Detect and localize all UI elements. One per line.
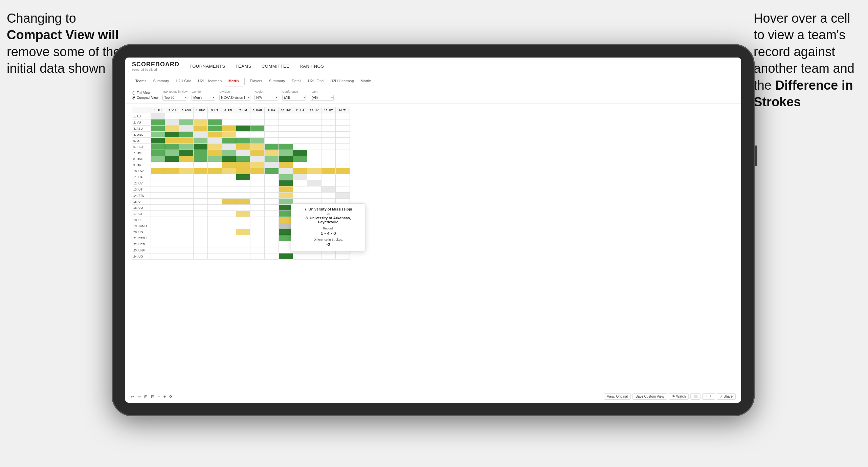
matrix-cell[interactable]	[336, 144, 350, 150]
matrix-cell[interactable]	[179, 138, 194, 144]
matrix-cell[interactable]	[208, 235, 222, 241]
matrix-cell[interactable]	[236, 186, 250, 193]
matrix-cell[interactable]	[179, 132, 194, 138]
matrix-cell[interactable]	[179, 126, 194, 132]
matrix-cell[interactable]	[179, 229, 194, 235]
matrix-cell[interactable]	[265, 150, 279, 156]
matrix-cell[interactable]	[165, 229, 179, 235]
matrix-cell[interactable]	[208, 186, 222, 193]
matrix-cell[interactable]	[222, 211, 236, 217]
matrix-cell[interactable]	[307, 162, 321, 168]
matrix-cell[interactable]	[208, 229, 222, 235]
matrix-cell[interactable]	[265, 247, 279, 253]
matrix-cell[interactable]	[321, 253, 336, 260]
matrix-cell[interactable]	[179, 247, 194, 253]
matrix-cell[interactable]	[321, 144, 336, 150]
matrix-cell[interactable]	[151, 126, 165, 132]
matrix-cell[interactable]	[265, 138, 279, 144]
matrix-cell[interactable]	[194, 205, 208, 211]
matrix-cell[interactable]	[279, 138, 293, 144]
matrix-cell[interactable]	[179, 193, 194, 199]
matrix-cell[interactable]	[307, 138, 321, 144]
matrix-cell[interactable]	[194, 235, 208, 241]
matrix-cell[interactable]	[165, 126, 179, 132]
nav-rankings[interactable]: RANKINGS	[299, 62, 324, 70]
matrix-cell[interactable]	[265, 253, 279, 260]
matrix-cell[interactable]	[151, 253, 165, 260]
sub-nav-summary1[interactable]: Summary	[150, 75, 172, 87]
matrix-cell[interactable]	[208, 217, 222, 223]
matrix-cell[interactable]	[179, 144, 194, 150]
matrix-cell[interactable]	[336, 150, 350, 156]
nav-teams[interactable]: TEAMS	[236, 62, 251, 70]
matrix-cell[interactable]	[236, 235, 250, 241]
matrix-cell[interactable]	[208, 174, 222, 180]
matrix-cell[interactable]	[236, 126, 250, 132]
matrix-cell[interactable]	[336, 113, 350, 119]
matrix-cell[interactable]	[279, 253, 293, 260]
matrix-cell[interactable]	[179, 180, 194, 186]
matrix-cell[interactable]	[165, 247, 179, 253]
matrix-cell[interactable]	[336, 168, 350, 174]
matrix-cell[interactable]	[222, 174, 236, 180]
matrix-cell[interactable]	[194, 211, 208, 217]
matrix-cell[interactable]	[222, 253, 236, 260]
matrix-cell[interactable]	[307, 113, 321, 119]
matrix-cell[interactable]	[321, 186, 336, 193]
matrix-cell[interactable]	[179, 241, 194, 247]
matrix-cell[interactable]	[336, 174, 350, 180]
matrix-cell[interactable]	[307, 186, 321, 193]
matrix-cell[interactable]	[307, 126, 321, 132]
compact-view-radio[interactable]: Compact View	[132, 96, 158, 99]
matrix-cell[interactable]	[293, 119, 307, 126]
matrix-cell[interactable]	[222, 113, 236, 119]
sub-nav-h2h-heatmap1[interactable]: H2H Heatmap	[195, 75, 225, 87]
matrix-cell[interactable]	[250, 180, 265, 186]
matrix-cell[interactable]	[222, 186, 236, 193]
toolbar-grid-icon[interactable]: ⊞	[144, 394, 148, 399]
conference-select[interactable]: (All)	[282, 95, 306, 101]
matrix-cell[interactable]	[265, 211, 279, 217]
matrix-cell[interactable]	[307, 193, 321, 199]
full-view-radio[interactable]: Full View	[132, 91, 158, 95]
matrix-cell[interactable]	[250, 199, 265, 205]
matrix-cell[interactable]	[194, 199, 208, 205]
matrix-cell[interactable]	[321, 180, 336, 186]
matrix-cell[interactable]	[279, 193, 293, 199]
matrix-cell[interactable]	[208, 162, 222, 168]
matrix-cell[interactable]	[151, 217, 165, 223]
matrix-cell[interactable]	[179, 150, 194, 156]
matrix-cell[interactable]	[336, 186, 350, 193]
matrix-cell[interactable]	[321, 138, 336, 144]
matrix-cell[interactable]	[279, 150, 293, 156]
matrix-cell[interactable]	[265, 223, 279, 229]
matrix-cell[interactable]	[265, 162, 279, 168]
matrix-cell[interactable]	[222, 119, 236, 126]
matrix-cell[interactable]	[179, 186, 194, 193]
matrix-cell[interactable]	[208, 247, 222, 253]
matrix-cell[interactable]	[236, 174, 250, 180]
matrix-cell[interactable]	[208, 223, 222, 229]
sub-nav-matrix1[interactable]: Matrix	[225, 75, 243, 87]
matrix-cell[interactable]	[194, 150, 208, 156]
matrix-cell[interactable]	[265, 168, 279, 174]
region-select[interactable]: N/A	[254, 95, 278, 101]
matrix-cell[interactable]	[250, 119, 265, 126]
matrix-cell[interactable]	[222, 199, 236, 205]
matrix-cell[interactable]	[307, 180, 321, 186]
matrix-cell[interactable]	[151, 132, 165, 138]
matrix-cell[interactable]	[236, 217, 250, 223]
team-select[interactable]: (All)	[310, 95, 334, 101]
matrix-cell[interactable]	[265, 113, 279, 119]
matrix-cell[interactable]	[151, 144, 165, 150]
matrix-cell[interactable]	[279, 144, 293, 150]
matrix-cell[interactable]	[293, 156, 307, 162]
matrix-cell[interactable]	[265, 186, 279, 193]
matrix-cell[interactable]	[236, 156, 250, 162]
matrix-cell[interactable]	[293, 168, 307, 174]
matrix-cell[interactable]	[165, 205, 179, 211]
matrix-cell[interactable]	[250, 132, 265, 138]
matrix-cell[interactable]	[151, 113, 165, 119]
toolbar-redo-icon[interactable]: ↪	[137, 394, 141, 399]
matrix-cell[interactable]	[336, 193, 350, 199]
